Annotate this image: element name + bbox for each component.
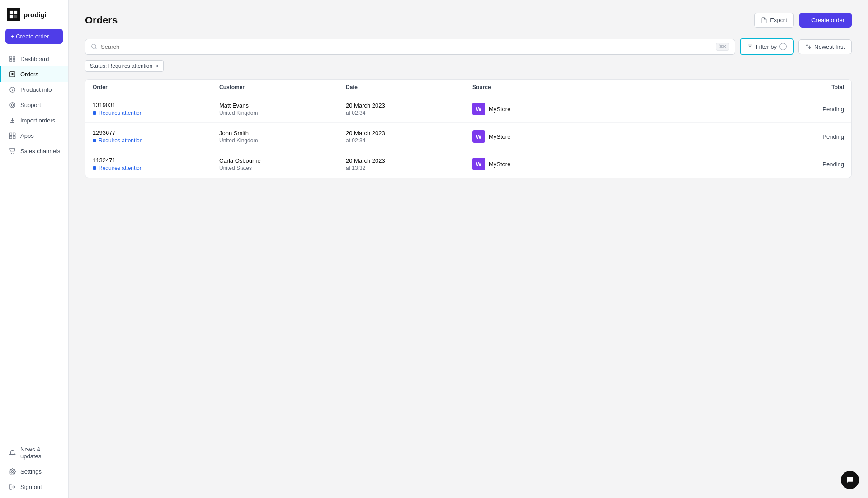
date-time-2: at 02:34 — [346, 137, 472, 144]
sort-button[interactable]: Newest first — [798, 39, 852, 54]
customer-cell-3: Carla Osbourne United States — [219, 157, 346, 171]
svg-point-15 — [9, 102, 14, 107]
customer-name-2: John Smith — [219, 130, 346, 136]
sidebar-item-product-info-label: Product info — [20, 86, 52, 93]
order-status-label-2: Requires attention — [99, 137, 142, 144]
product-info-icon — [9, 86, 16, 93]
sidebar-item-settings-label: Settings — [20, 468, 42, 475]
sidebar-logo: prodigi — [0, 0, 68, 27]
sidebar-item-apps-label: Apps — [20, 132, 34, 139]
filter-tag-status: Status: Requires attention × — [85, 60, 164, 72]
total-cell-1: Pending — [790, 106, 844, 113]
customer-cell-1: Matt Evans United Kingdom — [219, 102, 346, 116]
date-cell-3: 20 March 2023 at 13:32 — [346, 157, 472, 171]
source-icon-2: W — [472, 130, 485, 143]
customer-cell-2: John Smith United Kingdom — [219, 130, 346, 144]
sidebar-item-import-orders[interactable]: Import orders — [0, 113, 68, 128]
main-nav: Dashboard Orders Product info — [0, 51, 68, 438]
page-header: Orders Export + Create order — [85, 13, 852, 28]
svg-rect-3 — [14, 15, 17, 18]
order-id-1: 1319031 — [93, 102, 219, 108]
date-cell-2: 20 March 2023 at 02:34 — [346, 130, 472, 144]
order-cell-3: 1132471 Requires attention — [93, 157, 219, 171]
create-order-header-button[interactable]: + Create order — [799, 13, 852, 28]
sign-out-icon — [9, 483, 16, 490]
source-icon-3: W — [472, 158, 485, 170]
svg-rect-20 — [13, 136, 15, 138]
orders-table: Order Customer Date Source Total 1319031… — [85, 79, 852, 178]
status-dot-2 — [93, 139, 96, 142]
svg-rect-7 — [13, 59, 14, 61]
date-main-3: 20 March 2023 — [346, 157, 472, 164]
filter-icon — [747, 43, 753, 50]
total-cell-2: Pending — [790, 133, 844, 140]
filter-button[interactable]: Filter by i — [740, 38, 794, 55]
sidebar-item-settings[interactable]: Settings — [0, 464, 68, 479]
header-actions: Export + Create order — [754, 13, 852, 28]
order-status-label-3: Requires attention — [99, 165, 142, 171]
status-dot-1 — [93, 111, 96, 115]
export-label: Export — [770, 17, 787, 23]
filter-info-icon[interactable]: i — [779, 43, 787, 50]
table-row[interactable]: 1319031 Requires attention Matt Evans Un… — [85, 95, 851, 123]
date-main-1: 20 March 2023 — [346, 102, 472, 109]
sidebar-item-product-info[interactable]: Product info — [0, 82, 68, 97]
sidebar-item-support[interactable]: Support — [0, 97, 68, 113]
order-id-3: 1132471 — [93, 157, 219, 164]
sidebar-item-dashboard[interactable]: Dashboard — [0, 51, 68, 66]
sidebar-item-news-updates-label: News & updates — [20, 446, 61, 460]
svg-point-22 — [14, 153, 14, 153]
order-id-2: 1293677 — [93, 129, 219, 136]
order-cell-1: 1319031 Requires attention — [93, 102, 219, 116]
sidebar-item-sales-channels[interactable]: Sales channels — [0, 143, 68, 159]
main-content: Orders Export + Create order ⌘K — [69, 0, 868, 498]
source-label-2: MyStore — [489, 133, 510, 140]
col-date: Date — [346, 84, 472, 90]
chat-bubble-button[interactable] — [841, 471, 859, 489]
svg-point-23 — [11, 470, 13, 472]
sort-icon — [805, 43, 811, 50]
order-status-2: Requires attention — [93, 137, 219, 144]
sidebar-create-order-button[interactable]: + Create order — [5, 29, 63, 44]
source-cell-2: W MyStore — [472, 130, 790, 143]
chat-icon — [846, 476, 854, 484]
sidebar-item-sign-out-label: Sign out — [20, 484, 42, 490]
order-status-1: Requires attention — [93, 110, 219, 116]
svg-rect-17 — [9, 133, 12, 135]
filter-tag-remove-button[interactable]: × — [155, 63, 159, 69]
status-dot-3 — [93, 166, 96, 170]
settings-icon — [9, 468, 16, 475]
search-input[interactable] — [101, 43, 712, 50]
sales-channels-icon — [9, 147, 16, 155]
export-button[interactable]: Export — [754, 13, 794, 28]
sidebar-item-sign-out[interactable]: Sign out — [0, 479, 68, 494]
sidebar-item-support-label: Support — [20, 102, 41, 108]
col-source: Source — [472, 84, 790, 90]
sidebar-item-news-updates[interactable]: News & updates — [0, 442, 68, 464]
filter-tag-label: Status: Requires attention — [90, 63, 152, 69]
customer-country-1: United Kingdom — [219, 110, 346, 116]
sidebar-item-orders[interactable]: Orders — [0, 66, 68, 82]
page-title: Orders — [85, 14, 118, 26]
support-icon — [9, 101, 16, 108]
date-cell-1: 20 March 2023 at 02:34 — [346, 102, 472, 116]
news-icon — [9, 449, 16, 456]
sidebar-item-import-orders-label: Import orders — [20, 117, 55, 124]
table-row[interactable]: 1132471 Requires attention Carla Osbourn… — [85, 150, 851, 178]
sidebar-item-apps[interactable]: Apps — [0, 128, 68, 143]
search-box: ⌘K — [85, 39, 735, 55]
customer-name-3: Carla Osbourne — [219, 157, 346, 164]
order-status-label-1: Requires attention — [99, 110, 142, 116]
svg-rect-4 — [9, 56, 11, 58]
table-row[interactable]: 1293677 Requires attention John Smith Un… — [85, 123, 851, 150]
total-cell-3: Pending — [790, 161, 844, 168]
import-orders-icon — [9, 117, 16, 124]
sidebar-bottom: News & updates Settings Sign out — [0, 438, 68, 498]
source-label-1: MyStore — [489, 106, 510, 113]
svg-rect-19 — [9, 136, 12, 138]
source-label-3: MyStore — [489, 161, 510, 168]
sidebar: prodigi + Create order Dashboard Orders — [0, 0, 69, 498]
date-time-1: at 02:34 — [346, 110, 472, 116]
svg-rect-2 — [10, 15, 13, 18]
apps-icon — [9, 132, 16, 139]
